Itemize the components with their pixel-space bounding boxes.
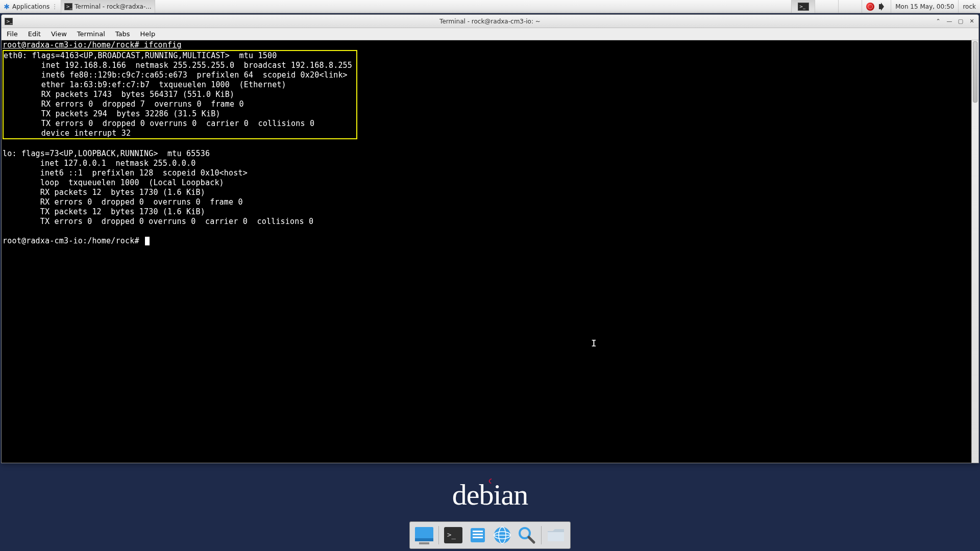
panel-left: ✱ Applications ⋮ >_ Terminal - rock@radx… xyxy=(0,0,155,13)
volume-icon[interactable] xyxy=(878,3,887,11)
dock-show-desktop[interactable] xyxy=(413,524,435,546)
svg-rect-6 xyxy=(473,531,483,532)
terminal-icon: >_ xyxy=(64,3,72,10)
dock-web-browser[interactable] xyxy=(491,524,513,546)
top-panel: ✱ Applications ⋮ >_ Terminal - rock@radx… xyxy=(0,0,980,13)
dock-file-manager[interactable] xyxy=(467,524,489,546)
applications-label: Applications xyxy=(12,3,50,10)
clock[interactable]: Mon 15 May, 00:50 xyxy=(891,0,958,13)
cursor xyxy=(145,237,150,245)
terminal-body[interactable]: root@radxa-cm3-io:/home/rock# ifconfig e… xyxy=(2,40,978,463)
user-label: rock xyxy=(963,3,976,10)
svg-line-14 xyxy=(529,537,534,542)
network-icon[interactable] xyxy=(866,3,874,11)
menu-view[interactable]: View xyxy=(46,29,72,39)
dock: >_ xyxy=(409,521,571,549)
tray-indicator-terminal[interactable]: >_ xyxy=(791,0,815,13)
svg-rect-8 xyxy=(473,537,483,538)
menubar: File Edit View Terminal Tabs Help xyxy=(2,28,978,40)
tray-empty-2[interactable] xyxy=(838,0,862,13)
debian-logo: debian xyxy=(452,478,528,512)
terminal-icon: >_ xyxy=(798,3,809,11)
menu-tabs[interactable]: Tabs xyxy=(110,29,135,39)
window-icon: >_ xyxy=(5,18,13,25)
task-label: Terminal - rock@radxa-... xyxy=(75,3,151,10)
text-cursor-icon: 𝙸 xyxy=(591,338,597,348)
dock-separator xyxy=(438,526,439,544)
window-title: Terminal - rock@radxa-cm3-io: ~ xyxy=(2,18,978,25)
tray-empty-1[interactable] xyxy=(815,0,838,13)
grip-icon: ⋮ xyxy=(52,3,58,10)
terminal-window: >_ Terminal - rock@radxa-cm3-io: ~ ⌃ — ▢… xyxy=(1,14,979,463)
svg-rect-1 xyxy=(415,538,433,541)
dock-folder[interactable] xyxy=(545,524,567,546)
scrollbar-thumb[interactable] xyxy=(973,41,977,103)
system-tray xyxy=(862,0,891,13)
prompt-line-2: root@radxa-cm3-io:/home/rock# xyxy=(3,236,144,245)
shade-button[interactable]: ⌃ xyxy=(933,16,944,27)
applications-menu[interactable]: ✱ Applications ⋮ xyxy=(0,0,61,13)
dock-terminal[interactable]: >_ xyxy=(442,524,464,546)
dock-separator xyxy=(541,526,542,544)
lo-block: lo: flags=73<UP,LOOPBACK,RUNNING> mtu 65… xyxy=(3,149,313,226)
xfce-icon: ✱ xyxy=(3,3,10,10)
titlebar[interactable]: >_ Terminal - rock@radxa-cm3-io: ~ ⌃ — ▢… xyxy=(2,15,978,28)
window-controls: ⌃ — ▢ ✕ xyxy=(933,16,978,27)
scrollbar[interactable] xyxy=(971,40,978,463)
dock-search[interactable] xyxy=(516,524,538,546)
menu-file[interactable]: File xyxy=(2,29,23,39)
svg-rect-7 xyxy=(473,534,483,535)
maximize-button[interactable]: ▢ xyxy=(955,16,966,27)
menu-edit[interactable]: Edit xyxy=(23,29,46,39)
close-button[interactable]: ✕ xyxy=(966,16,977,27)
eth0-highlight: eth0: flags=4163<UP,BROADCAST,RUNNING,MU… xyxy=(3,50,357,139)
svg-rect-2 xyxy=(419,542,429,544)
panel-right: >_ Mon 15 May, 00:50 rock xyxy=(791,0,980,13)
prompt-line-1: root@radxa-cm3-io:/home/rock# ifconfig xyxy=(3,40,182,49)
menu-terminal[interactable]: Terminal xyxy=(72,29,110,39)
clock-text: Mon 15 May, 00:50 xyxy=(895,3,954,10)
menu-help[interactable]: Help xyxy=(135,29,161,39)
user-menu[interactable]: rock xyxy=(958,0,980,13)
svg-text:>_: >_ xyxy=(447,531,456,539)
taskbar-item-terminal[interactable]: >_ Terminal - rock@radxa-... xyxy=(61,0,155,13)
minimize-button[interactable]: — xyxy=(944,16,955,27)
